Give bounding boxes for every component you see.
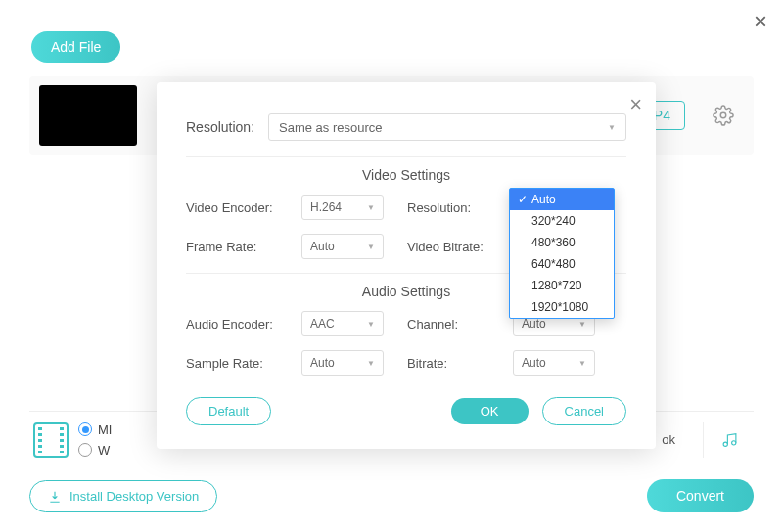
close-icon[interactable]: × <box>629 92 642 117</box>
video-encoder-select[interactable]: H.264▼ <box>301 195 384 220</box>
dropdown-option[interactable]: 1920*1080 <box>510 296 614 318</box>
radio-option-1[interactable]: MI <box>78 422 112 437</box>
radio-label: W <box>98 443 110 458</box>
gear-icon[interactable] <box>713 105 734 126</box>
audio-encoder-select[interactable]: AAC▼ <box>301 311 384 336</box>
video-bitrate-label: Video Bitrate: <box>407 240 505 254</box>
ok-text: ok <box>662 432 675 447</box>
option-label: 480*360 <box>531 236 576 249</box>
chevron-down-icon: ▼ <box>578 359 586 368</box>
chevron-down-icon: ▼ <box>367 359 375 368</box>
dropdown-option[interactable]: 1280*720 <box>510 275 614 296</box>
video-thumbnail <box>39 85 137 146</box>
install-label: Install Desktop Version <box>69 489 199 504</box>
channel-label: Channel: <box>407 317 505 332</box>
chevron-down-icon: ▼ <box>367 243 375 251</box>
cancel-button[interactable]: Cancel <box>542 397 626 425</box>
frame-rate-label: Frame Rate: <box>186 240 294 254</box>
install-desktop-button[interactable]: Install Desktop Version <box>29 480 217 512</box>
select-value: Auto <box>310 240 335 253</box>
select-value: Auto <box>310 356 335 370</box>
ok-button[interactable]: OK <box>451 398 529 424</box>
option-label: 320*240 <box>531 214 576 228</box>
select-value: Auto <box>522 356 546 370</box>
svg-point-1 <box>723 442 727 446</box>
default-button[interactable]: Default <box>186 397 271 425</box>
dropdown-option[interactable]: ✓Auto <box>510 189 614 210</box>
video-settings-heading: Video Settings <box>186 156 626 183</box>
dropdown-option[interactable]: 480*360 <box>510 232 614 253</box>
dropdown-option[interactable]: 320*240 <box>510 210 614 232</box>
bitrate-label: Bitrate: <box>407 356 505 371</box>
select-value: AAC <box>310 317 335 331</box>
chevron-down-icon: ▼ <box>367 320 375 329</box>
audio-encoder-label: Audio Encoder: <box>186 317 294 332</box>
film-icon[interactable] <box>33 422 69 458</box>
option-label: 640*480 <box>531 257 576 271</box>
sample-rate-label: Sample Rate: <box>186 356 294 371</box>
top-resolution-label: Resolution: <box>186 119 254 135</box>
option-label: 1920*1080 <box>531 300 588 314</box>
radio-label: MI <box>98 422 112 437</box>
svg-point-2 <box>732 440 736 444</box>
convert-button[interactable]: Convert <box>647 479 754 512</box>
music-icon[interactable] <box>703 422 738 458</box>
bitrate-select[interactable]: Auto▼ <box>513 350 595 376</box>
close-window-icon[interactable]: × <box>754 8 767 35</box>
chevron-down-icon: ▼ <box>367 203 375 212</box>
chevron-down-icon: ▼ <box>608 123 616 132</box>
resolution-label: Resolution: <box>407 200 505 215</box>
radio-option-2[interactable]: W <box>78 443 112 458</box>
svg-point-0 <box>720 112 726 118</box>
top-resolution-value: Same as resource <box>279 120 383 135</box>
add-file-button[interactable]: Add File <box>31 31 120 63</box>
option-label: Auto <box>531 193 556 206</box>
resolution-dropdown[interactable]: ✓Auto 320*240 480*360 640*480 1280*720 1… <box>509 188 615 319</box>
top-resolution-select[interactable]: Same as resource ▼ <box>268 113 626 141</box>
select-value: H.264 <box>310 200 342 214</box>
sample-rate-select[interactable]: Auto▼ <box>301 350 384 376</box>
select-value: Auto <box>522 317 546 331</box>
check-icon: ✓ <box>518 193 528 206</box>
download-icon <box>48 490 62 504</box>
dropdown-option[interactable]: 640*480 <box>510 253 614 275</box>
video-encoder-label: Video Encoder: <box>186 200 294 215</box>
frame-rate-select[interactable]: Auto▼ <box>301 234 384 259</box>
chevron-down-icon: ▼ <box>578 320 586 329</box>
option-label: 1280*720 <box>531 279 581 292</box>
